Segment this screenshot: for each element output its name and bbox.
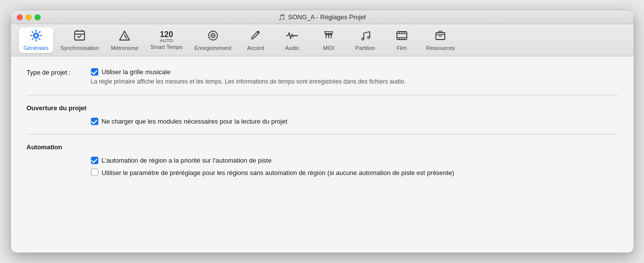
pen-icon — [249, 29, 262, 44]
preset-param-checkbox[interactable] — [91, 169, 98, 176]
tab-enregistrement-label: Enregistrement — [194, 45, 231, 51]
tab-enregistrement[interactable]: Enregistrement — [189, 27, 236, 53]
tab-audio[interactable]: Audio — [275, 27, 309, 53]
svg-point-0 — [34, 34, 38, 38]
preset-param-label: Utiliser le paramètre de préréglage pour… — [102, 168, 454, 178]
svg-point-12 — [368, 37, 370, 39]
wave-icon — [286, 29, 299, 44]
toolbar: Générales Synchronisation — [11, 24, 634, 56]
tab-metronome[interactable]: Métronome — [106, 27, 144, 53]
tab-partition-label: Partition — [355, 45, 375, 51]
minimize-button[interactable] — [26, 14, 32, 20]
traffic-lights — [17, 14, 41, 20]
musical-grid-description: La règle primaire affiche les mesures et… — [91, 78, 406, 86]
box-icon — [434, 29, 447, 44]
tab-smart-tempo-label: Smart Tempo — [150, 44, 182, 50]
tab-ressources-label: Ressources — [426, 45, 455, 51]
close-button[interactable] — [17, 14, 23, 20]
tab-midi[interactable]: MIDI — [311, 27, 346, 53]
automation-section: Automation L'automation de région a la p… — [27, 143, 618, 178]
project-type-label: Type de projet : — [27, 68, 86, 76]
midi-icon — [322, 29, 335, 44]
tab-partition[interactable]: Partition — [348, 27, 383, 53]
record-icon — [207, 29, 219, 44]
tab-smart-tempo[interactable]: 120 AUTO Smart Tempo — [145, 29, 187, 52]
svg-point-11 — [362, 38, 364, 40]
automation-title: Automation — [27, 143, 618, 151]
window-title: 🎵 SONG_A - Réglages Projet — [278, 13, 366, 21]
notes-icon — [359, 29, 372, 44]
tab-accord-label: Accord — [247, 45, 264, 51]
ouverture-section: Ouverture du projet Ne charger que les m… — [27, 104, 618, 125]
content-area: Type de projet : Utiliser la grille musi… — [11, 56, 634, 189]
maximize-button[interactable] — [35, 14, 41, 20]
gear-icon — [30, 29, 43, 44]
tab-synchronisation-label: Synchronisation — [60, 45, 99, 51]
project-type-section: Type de projet : Utiliser la grille musi… — [27, 68, 618, 86]
svg-line-4 — [125, 35, 127, 39]
smart-tempo-icon: 120 AUTO — [160, 31, 173, 43]
region-automation-label: L'automation de région a la priorité sur… — [102, 157, 272, 164]
tab-ressources[interactable]: Ressources — [421, 27, 460, 53]
svg-rect-2 — [75, 31, 85, 40]
tab-generales-label: Générales — [24, 45, 49, 51]
film-icon — [395, 29, 408, 44]
titlebar: 🎵 SONG_A - Réglages Projet — [11, 10, 634, 24]
load-modules-label: Ne charger que les modules nécessaires p… — [102, 118, 288, 125]
tab-film[interactable]: Film — [385, 27, 419, 53]
tab-film-label: Film — [397, 45, 407, 51]
region-automation-checkbox[interactable] — [91, 157, 98, 164]
divider-2 — [27, 134, 618, 134]
project-type-content: Utiliser la grille musicale La règle pri… — [91, 68, 406, 86]
tab-synchronisation[interactable]: Synchronisation — [55, 27, 104, 53]
load-modules-checkbox[interactable] — [91, 118, 98, 125]
main-window: 🎵 SONG_A - Réglages Projet Générales — [11, 10, 634, 253]
tab-audio-label: Audio — [285, 45, 299, 51]
triangle-icon — [118, 29, 131, 44]
tab-midi-label: MIDI — [323, 45, 334, 51]
tab-generales[interactable]: Générales — [19, 27, 54, 53]
load-modules-row: Ne charger que les modules nécessaires p… — [91, 118, 618, 125]
tab-metronome-label: Métronome — [111, 45, 139, 51]
use-musical-grid-label: Utiliser la grille musicale — [102, 68, 171, 76]
divider-1 — [27, 95, 618, 95]
use-musical-grid-row: Utiliser la grille musicale — [91, 68, 406, 76]
ouverture-title: Ouverture du projet — [27, 104, 618, 112]
region-automation-row: L'automation de région a la priorité sur… — [91, 157, 618, 164]
tab-accord[interactable]: Accord — [238, 27, 273, 53]
sync-icon — [73, 29, 86, 44]
svg-point-7 — [212, 35, 214, 37]
use-musical-grid-checkbox[interactable] — [91, 68, 98, 76]
title-icon: 🎵 — [278, 14, 286, 21]
title-text: SONG_A - Réglages Projet — [288, 13, 366, 21]
preset-param-row: Utiliser le paramètre de préréglage pour… — [91, 168, 618, 178]
